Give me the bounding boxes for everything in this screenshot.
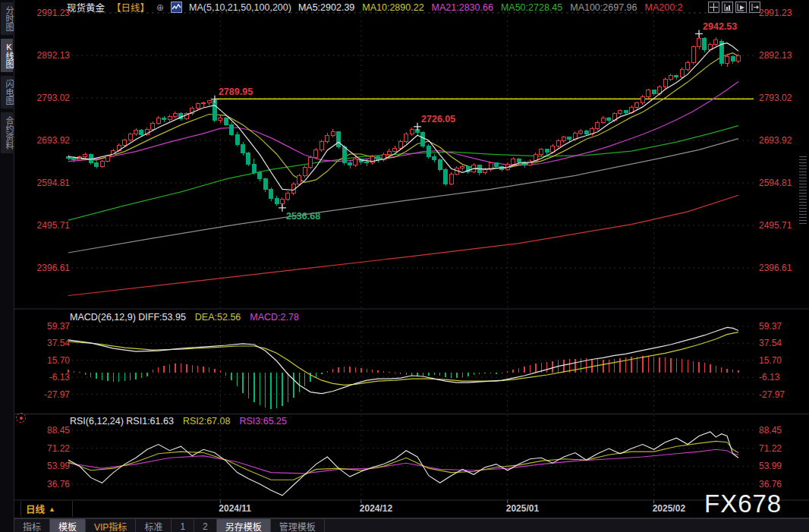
- chart-tool-icons: [708, 2, 760, 13]
- price-annotation: 2536.68: [286, 211, 320, 222]
- price-axis-label: 2495.71: [23, 220, 70, 231]
- rsi-axis-label: 36.76: [759, 479, 782, 490]
- move-tool-icon[interactable]: [708, 2, 719, 13]
- price-annotation: 2726.05: [421, 114, 455, 124]
- macd-axis-label: -6.13: [23, 372, 70, 382]
- sidebar-tab-lightning-chart[interactable]: 闪电图: [1, 76, 13, 109]
- rsi-axis-label: 71.22: [23, 443, 70, 454]
- symbol-name: 现货黄金: [67, 0, 105, 14]
- price-annotation: 2789.95: [219, 87, 253, 97]
- price-axis-label: 2594.81: [759, 178, 792, 188]
- period-tag: 【日线】: [112, 0, 150, 14]
- circle-plus-icon[interactable]: ⊕: [156, 2, 164, 13]
- macd-axis-label: -27.97: [759, 389, 785, 400]
- ma-value: MA21:2830.66: [432, 2, 493, 13]
- period-arrow-icon: ▲: [49, 505, 55, 513]
- trading-app-window: 分时图K线图闪电图合约资料 现货黄金 【日线】 ⊕ MA(5,10,21,50,…: [0, 0, 809, 532]
- ma-value: MA10:2890.22: [362, 2, 423, 13]
- macd-axis-label: 59.37: [759, 321, 782, 332]
- period-selector[interactable]: 日线 ▲: [20, 501, 73, 517]
- rsi-header-value: RSI3:65.25: [239, 416, 287, 427]
- price-axis-label: 2991.23: [23, 8, 70, 18]
- compress-right-icon[interactable]: [735, 2, 747, 13]
- price-axis-label: 2495.71: [759, 220, 792, 231]
- price-axis-label: 2693.92: [759, 135, 792, 146]
- macd-axis-label: 15.70: [759, 355, 782, 366]
- macd-axis-label: -27.97: [23, 389, 70, 400]
- toolbar-tab-标准[interactable]: 标准: [136, 519, 172, 532]
- toolbar-tab-模板[interactable]: 模板: [50, 519, 86, 532]
- toolbar-tab-2[interactable]: 2: [194, 519, 217, 532]
- rsi-axis-label: 88.45: [23, 425, 70, 436]
- macd-axis-label: 59.37: [23, 321, 70, 332]
- price-axis-label: 2991.23: [759, 8, 792, 18]
- macd-header-value: MACD(26,12,9) DIFF:53.95: [70, 312, 186, 323]
- chart-header: 现货黄金 【日线】 ⊕ MA(5,10,21,50,100,200) MA5:2…: [67, 2, 683, 13]
- ma-value: MA200:2: [644, 2, 682, 13]
- price-axis-label: 2396.61: [23, 263, 70, 273]
- ma-values: MA5:2902.39MA10:2890.22MA21:2830.66MA50:…: [298, 2, 683, 13]
- price-axis-label: 2793.02: [23, 93, 70, 103]
- x-axis-label: 2025/02: [653, 503, 685, 514]
- price-axis-label: 2892.13: [759, 50, 792, 61]
- rsi-axis-label: 71.22: [759, 443, 782, 454]
- fx678-watermark: FX678: [704, 490, 782, 518]
- price-axis-label: 2594.81: [23, 178, 70, 188]
- rsi-axis-label: 53.99: [759, 461, 782, 471]
- ma-value: MA50:2728.45: [501, 2, 562, 13]
- rsi-axis-label: 88.45: [759, 425, 782, 436]
- rsi-axis-label: 53.99: [23, 461, 70, 471]
- chart-style-icon[interactable]: [171, 2, 182, 13]
- rsi-header-value: RSI(6,12,24) RSI1:61.63: [70, 416, 174, 427]
- x-axis-label: 2024/12: [360, 503, 392, 514]
- bottom-toolbar: 指标模板VIP指标标准12另存模板管理模板: [14, 518, 809, 532]
- macd-header-value: DEA:52.56: [195, 312, 241, 323]
- rsi-header-value: RSI2:67.08: [183, 416, 231, 427]
- price-axis-label: 2793.02: [759, 93, 792, 103]
- toolbar-tab-VIP指标[interactable]: VIP指标: [86, 519, 136, 532]
- sidebar-tab-contract-info[interactable]: 合约资料: [1, 112, 13, 153]
- price-axis-label: 2396.61: [759, 263, 792, 273]
- price-annotation: 2942.53: [703, 21, 737, 32]
- price-axis-label: 2892.13: [23, 50, 70, 61]
- toolbar-tab-指标[interactable]: 指标: [14, 519, 50, 532]
- macd-axis-label: 37.54: [23, 338, 70, 348]
- macd-axis-label: 15.70: [23, 355, 70, 366]
- rsi-header: RSI(6,12,24) RSI1:61.63RSI2:67.08RSI3:65…: [70, 416, 287, 427]
- toolbar-tab-管理模板[interactable]: 管理模板: [271, 519, 325, 532]
- price-axis-label: 2693.92: [23, 135, 70, 146]
- macd-header: MACD(26,12,9) DIFF:53.95DEA:52.56MACD:2.…: [70, 312, 299, 323]
- chart-canvas[interactable]: [0, 0, 809, 532]
- toolbar-tab-1[interactable]: 1: [172, 519, 194, 532]
- vertical-scrollbar[interactable]: [799, 156, 807, 225]
- rsi-settings-icon[interactable]: [16, 413, 26, 423]
- x-axis-label: 2025/01: [506, 503, 539, 514]
- macd-header-value: MACD:2.78: [250, 312, 299, 323]
- compress-left-icon[interactable]: [722, 2, 733, 13]
- ma-value: MA5:2902.39: [298, 2, 354, 13]
- ma-value: MA100:2697.96: [570, 2, 637, 13]
- period-label: 日线: [26, 502, 45, 516]
- toolbar-tab-另存模板[interactable]: 另存模板: [217, 519, 271, 532]
- ma-settings-label: MA(5,10,21,50,100,200): [189, 2, 291, 13]
- x-axis-label: 2024/11: [219, 503, 251, 514]
- macd-axis-label: 37.54: [759, 338, 782, 348]
- sidebar-tab-timeshare-chart[interactable]: 分时图: [1, 2, 13, 35]
- left-sidebar: 分时图K线图闪电图合约资料: [0, 0, 14, 532]
- macd-axis-label: -6.13: [759, 372, 779, 382]
- rsi-axis-label: 36.76: [23, 479, 70, 490]
- sidebar-tab-kline-chart[interactable]: K线图: [1, 39, 13, 72]
